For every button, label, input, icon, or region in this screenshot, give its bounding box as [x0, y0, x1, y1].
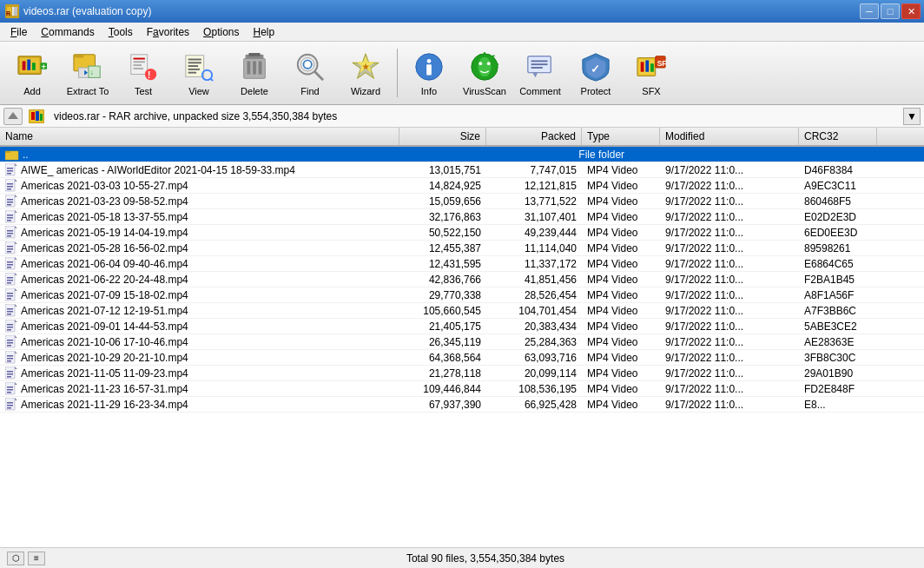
- file-icon: [5, 210, 17, 224]
- svg-rect-140: [7, 358, 13, 360]
- svg-rect-22: [134, 67, 143, 69]
- path-dropdown-button[interactable]: ▼: [903, 108, 921, 125]
- table-row[interactable]: Americas 2021-11-23 16-57-31.mp4109,446,…: [0, 381, 924, 397]
- svg-marker-153: [15, 398, 17, 400]
- col-header-crc32[interactable]: CRC32: [799, 128, 877, 145]
- sfx-label: SFX: [642, 86, 660, 96]
- file-name: Americas 2021-10-06 17-10-46.mp4: [21, 336, 188, 348]
- view-button[interactable]: View: [172, 45, 226, 101]
- main-layout: R videos.rar (evaluation copy) ─ □ ✕ Fil…: [0, 0, 924, 568]
- extract-icon: ↓: [71, 50, 104, 83]
- table-row[interactable]: Americas 2021-10-06 17-10-46.mp426,345,1…: [0, 334, 924, 350]
- svg-text:★: ★: [362, 62, 370, 70]
- menu-tools[interactable]: Tools: [102, 24, 140, 40]
- col-header-size[interactable]: Size: [399, 128, 486, 145]
- file-name: Americas 2021-11-05 11-09-23.mp4: [21, 367, 188, 380]
- menu-options[interactable]: Options: [196, 24, 246, 40]
- path-bar: videos.rar - RAR archive, unpacked size …: [0, 105, 924, 128]
- title-bar-left: R videos.rar (evaluation copy): [5, 4, 151, 18]
- toolbar-separator-1: [397, 49, 398, 97]
- svg-rect-149: [7, 386, 13, 388]
- svg-marker-83: [15, 179, 17, 182]
- svg-line-54: [492, 55, 495, 56]
- svg-rect-21: [134, 64, 142, 66]
- file-icon: [5, 257, 17, 271]
- svg-rect-81: [7, 173, 11, 175]
- svg-rect-94: [7, 215, 13, 216]
- find-icon: [294, 50, 327, 83]
- svg-rect-48: [426, 64, 432, 75]
- info-button[interactable]: Info: [402, 45, 456, 101]
- sfx-icon: SFX: [635, 50, 668, 83]
- svg-rect-130: [7, 327, 13, 328]
- svg-rect-76: [5, 151, 10, 153]
- maximize-button[interactable]: □: [881, 3, 900, 19]
- test-label: Test: [135, 86, 152, 96]
- virusscan-button[interactable]: VirusScan: [458, 45, 512, 101]
- svg-text:↓: ↓: [90, 68, 94, 76]
- delete-button[interactable]: Delete: [228, 45, 281, 101]
- table-row[interactable]: Americas 2021-09-01 14-44-53.mp421,405,1…: [0, 319, 924, 334]
- table-row[interactable]: Americas 2021-06-22 20-24-48.mp442,836,7…: [0, 272, 924, 287]
- svg-marker-98: [15, 226, 17, 228]
- table-row[interactable]: Americas 2021-03-23 09-58-52.mp415,059,6…: [0, 194, 924, 209]
- path-up-button[interactable]: [3, 108, 23, 125]
- extract-label: Extract To: [67, 86, 109, 96]
- comment-button[interactable]: Comment: [513, 45, 567, 101]
- svg-rect-151: [7, 392, 11, 393]
- sfx-button[interactable]: SFX SFX: [624, 45, 678, 101]
- col-header-modified[interactable]: Modified: [660, 128, 799, 145]
- minimize-button[interactable]: ─: [860, 3, 879, 19]
- table-row[interactable]: Americas 2021-06-04 09-40-46.mp412,431,5…: [0, 256, 924, 272]
- title-controls: ─ □ ✕: [860, 3, 921, 19]
- table-row[interactable]: Americas 2021-05-19 14-04-19.mp450,522,1…: [0, 225, 924, 241]
- find-button[interactable]: Find: [283, 45, 337, 101]
- svg-point-47: [427, 59, 432, 63]
- status-btn-2[interactable]: ≡: [28, 551, 45, 565]
- svg-rect-110: [7, 264, 13, 266]
- table-row[interactable]: Americas 2021-11-05 11-09-23.mp421,278,1…: [0, 366, 924, 381]
- extract-to-button[interactable]: ↓ Extract To: [61, 45, 115, 101]
- menu-file[interactable]: File: [3, 24, 34, 40]
- svg-rect-136: [7, 345, 11, 347]
- svg-marker-113: [15, 273, 17, 275]
- svg-marker-103: [15, 241, 17, 244]
- close-button[interactable]: ✕: [901, 3, 921, 19]
- protect-button[interactable]: ✓ Protect: [569, 45, 623, 101]
- wizard-icon: ★: [349, 50, 382, 83]
- table-row[interactable]: Americas 2021-07-09 15-18-02.mp429,770,3…: [0, 287, 924, 303]
- col-header-name[interactable]: Name: [0, 128, 399, 145]
- svg-rect-79: [7, 168, 13, 169]
- protect-label: Protect: [581, 86, 611, 96]
- status-text: Total 90 files, 3,554,350,384 bytes: [54, 552, 917, 565]
- file-name: Americas 2021-05-19 14-04-19.mp4: [21, 227, 188, 239]
- menu-help[interactable]: Help: [246, 24, 281, 40]
- table-row[interactable]: Americas 2021-10-29 20-21-10.mp464,368,5…: [0, 350, 924, 366]
- svg-rect-119: [7, 293, 13, 294]
- table-row[interactable]: Americas 2021-07-12 12-19-51.mp4105,660,…: [0, 303, 924, 319]
- table-row[interactable]: Americas 2021-05-18 13-37-55.mp432,176,8…: [0, 209, 924, 225]
- window-title: videos.rar (evaluation copy): [23, 5, 151, 17]
- svg-rect-146: [7, 376, 11, 378]
- file-icon: [5, 367, 17, 380]
- table-row[interactable]: ..File folder: [0, 147, 924, 162]
- file-name: Americas 2021-06-04 09-40-46.mp4: [21, 258, 188, 270]
- col-header-packed[interactable]: Packed: [486, 128, 582, 145]
- test-button[interactable]: ! Test: [116, 45, 170, 101]
- svg-marker-143: [15, 367, 17, 369]
- svg-rect-131: [7, 329, 11, 331]
- svg-rect-80: [7, 170, 13, 172]
- add-button[interactable]: + Add: [5, 45, 59, 101]
- status-btn-1[interactable]: ⬡: [7, 551, 24, 565]
- table-row[interactable]: AIWE_ americas - AIWorldEditor 2021-04-1…: [0, 162, 924, 178]
- menu-commands[interactable]: Commands: [34, 24, 101, 40]
- table-row[interactable]: Americas 2021-05-28 16-56-02.mp412,455,3…: [0, 241, 924, 256]
- table-row[interactable]: Americas 2021-03-03 10-55-27.mp414,824,9…: [0, 178, 924, 194]
- svg-rect-28: [188, 65, 198, 67]
- wizard-button[interactable]: ★ Wizard: [339, 45, 393, 101]
- menu-favorites[interactable]: Favorites: [140, 24, 196, 40]
- file-list[interactable]: ..File folder AIWE_ americas - AIWorldEd…: [0, 147, 924, 547]
- col-header-type[interactable]: Type: [582, 128, 660, 145]
- table-row[interactable]: Americas 2021-11-29 16-23-34.mp467,937,3…: [0, 397, 924, 413]
- svg-text:R: R: [6, 10, 10, 17]
